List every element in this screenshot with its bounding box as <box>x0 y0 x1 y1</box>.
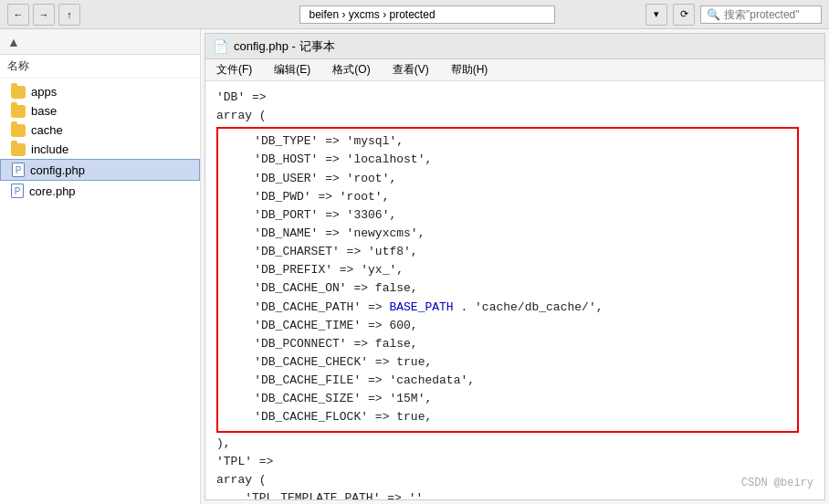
title-bar-left: ← → ↑ <box>7 4 208 26</box>
folder-icon <box>11 86 26 99</box>
watermark: CSDN @beiry <box>741 475 813 492</box>
notepad-title-text: config.php - 记事本 <box>234 38 335 55</box>
menu-item-file[interactable]: 文件(F) <box>213 60 256 79</box>
code-highlighted: 'DB_TYPE' => 'mysql', 'DB_HOST' => 'loca… <box>216 127 799 432</box>
sidebar-label: base <box>31 104 57 118</box>
title-bar-right: ▾ ⟳ 🔍 <box>645 4 822 26</box>
sidebar-item-include[interactable]: include <box>0 140 200 159</box>
sidebar-label: include <box>31 142 68 156</box>
forward-button[interactable]: → <box>33 4 55 26</box>
menu-item-edit[interactable]: 编辑(E) <box>270 60 314 79</box>
title-bar: ← → ↑ beifen › yxcms › protected ▾ ⟳ 🔍 <box>0 0 829 29</box>
content-area: 📄 config.php - 记事本 文件(F)编辑(E)格式(O)查看(V)帮… <box>201 29 829 504</box>
breadcrumb-text: beifen › yxcms › protected <box>310 8 435 21</box>
folder-icon <box>11 124 26 137</box>
expand-icon[interactable]: ▲ <box>5 35 22 49</box>
menu-item-help[interactable]: 帮助(H) <box>447 60 492 79</box>
sidebar-item-base[interactable]: base <box>0 101 200 121</box>
code-before: 'DB' =>array ( <box>216 89 813 125</box>
menu-item-format[interactable]: 格式(O) <box>329 60 373 79</box>
sidebar-label: apps <box>31 85 57 99</box>
back-button[interactable]: ← <box>7 4 29 26</box>
notepad-title: 📄 config.php - 记事本 <box>205 34 824 59</box>
notepad-window: 📄 config.php - 记事本 文件(F)编辑(E)格式(O)查看(V)帮… <box>205 33 825 500</box>
breadcrumb-container: beifen › yxcms › protected <box>215 5 638 24</box>
sidebar-item-cache[interactable]: cache <box>0 121 200 140</box>
code-after: ),'TPL' =>array ( 'TPL_TEMPLATE_PATH' =>… <box>216 435 813 499</box>
search-input[interactable] <box>724 8 815 21</box>
php-file-icon: P <box>12 163 25 177</box>
menu-item-view[interactable]: 查看(V) <box>389 60 433 79</box>
sidebar-label: config.php <box>30 163 85 177</box>
main-area: ▲ 名称 appsbasecacheincludePconfig.phpPcor… <box>0 29 829 504</box>
sidebar-label: cache <box>31 123 63 137</box>
folder-icon <box>11 143 26 156</box>
notepad-file-icon: 📄 <box>213 39 228 54</box>
breadcrumb[interactable]: beifen › yxcms › protected <box>299 5 555 24</box>
sidebar-item-core[interactable]: Pcore.php <box>0 181 200 201</box>
sidebar-content: appsbasecacheincludePconfig.phpPcore.php <box>0 79 200 504</box>
search-icon: 🔍 <box>707 8 720 21</box>
search-box[interactable]: 🔍 <box>700 5 822 24</box>
up-button[interactable]: ↑ <box>58 4 80 26</box>
sidebar-item-apps[interactable]: apps <box>0 82 200 101</box>
sidebar-item-config[interactable]: Pconfig.php <box>0 159 200 181</box>
refresh-button[interactable]: ⟳ <box>673 4 695 26</box>
sidebar-header-label: 名称 <box>7 58 29 74</box>
folder-icon <box>11 105 26 118</box>
sidebar-toolbar: ▲ <box>0 29 200 55</box>
notepad-content[interactable]: 'DB' =>array ( 'DB_TYPE' => 'mysql', 'DB… <box>205 81 824 499</box>
dropdown-button[interactable]: ▾ <box>645 4 667 26</box>
php-file-icon: P <box>11 184 24 198</box>
sidebar-header: 名称 <box>0 55 200 79</box>
sidebar: ▲ 名称 appsbasecacheincludePconfig.phpPcor… <box>0 29 201 504</box>
sidebar-label: core.php <box>29 184 76 198</box>
notepad-menu: 文件(F)编辑(E)格式(O)查看(V)帮助(H) <box>205 59 824 81</box>
